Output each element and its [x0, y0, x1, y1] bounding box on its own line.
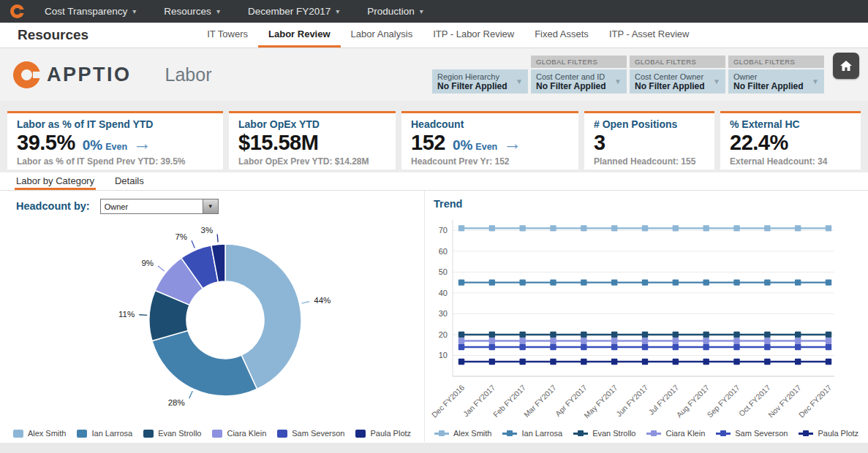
trend-chart[interactable]: 10203040506070Dec FY2016Jan FY2017Feb FY… — [425, 211, 864, 425]
caret-down-icon: ▾ — [132, 7, 136, 15]
trend-marker — [519, 225, 525, 231]
trend-marker — [826, 359, 831, 365]
trend-marker — [458, 332, 464, 338]
kpi-delta-label: Even — [105, 142, 127, 152]
filter-dropdown[interactable]: Owner No Filter Applied ▼ — [728, 69, 824, 94]
select-button[interactable]: ▼ — [203, 199, 218, 213]
legend-line-marker-icon — [434, 430, 449, 437]
tab-labor-analysis[interactable]: Labor Analysis — [341, 23, 423, 47]
trend-marker — [673, 344, 679, 350]
home-button[interactable] — [833, 53, 859, 79]
trend-marker — [764, 332, 770, 338]
filter-dropdown[interactable]: Cost Center Owner No Filter Applied ▼ — [630, 69, 725, 94]
trend-marker — [581, 225, 586, 231]
x-axis-tick: Jun FY2017 — [614, 383, 650, 419]
legend-swatch-icon — [143, 430, 154, 438]
legend-label: Paula Plotz — [370, 429, 411, 438]
nav-resources[interactable]: Resources ▾ — [164, 6, 220, 17]
trend-marker — [519, 359, 525, 365]
y-axis-tick: 50 — [439, 267, 448, 276]
legend-item-alex-smith[interactable]: Alex Smith — [13, 429, 67, 438]
nav-environment[interactable]: Production ▾ — [367, 6, 423, 17]
global-filters-caption: GLOBAL FILTERS — [728, 56, 824, 68]
trend-marker — [642, 225, 648, 231]
report-tabs: IT Towers Labor Review Labor Analysis IT… — [197, 23, 699, 47]
kpi-labor-pct-it-spend[interactable]: Labor as % of IT Spend YTD 39.5% 0% Even… — [7, 111, 223, 170]
apptio-brand-icon[interactable] — [10, 4, 24, 18]
global-filters-caption: GLOBAL FILTERS — [630, 56, 725, 68]
legend-item-ciara-klein[interactable]: Ciara Klein — [212, 429, 266, 438]
donut-slice-label: 11% — [118, 310, 135, 319]
trend-marker — [642, 279, 648, 285]
kpi-subtitle: Labor OpEx Prev YTD: $14.28M — [238, 156, 386, 167]
filter-value: No Filter Applied — [733, 81, 812, 91]
kpi-open-positions[interactable]: # Open Positions 3 Planned Headcount: 15… — [584, 111, 714, 170]
trend-marker — [611, 279, 617, 285]
headcount-by-label: Headcount by: — [16, 200, 90, 212]
legend-item-ian-larrosa[interactable]: Ian Larrosa — [502, 429, 562, 438]
tab-fixed-assets[interactable]: Fixed Assets — [524, 23, 599, 47]
trend-marker — [642, 338, 648, 343]
tab-it-towers[interactable]: IT Towers — [197, 23, 258, 47]
nav-cost-transparency[interactable]: Cost Transparency ▾ — [45, 6, 136, 17]
legend-item-evan-strollo[interactable]: Evan Strollo — [143, 429, 201, 438]
filter-name: Owner — [733, 72, 812, 81]
legend-label: Ian Larrosa — [521, 429, 562, 438]
filter-dropdown[interactable]: Cost Center and ID No Filter Applied ▼ — [531, 69, 627, 94]
trend-marker — [733, 338, 739, 343]
kpi-title: # Open Positions — [594, 118, 705, 130]
trend-marker — [581, 344, 586, 350]
dropdown-arrow-icon: ▼ — [614, 77, 622, 85]
nav-period[interactable]: December FY2017 ▾ — [248, 6, 339, 17]
trend-panel: Trend 10203040506070Dec FY2016Jan FY2017… — [424, 191, 868, 442]
dropdown-arrow-icon: ▼ — [713, 77, 720, 85]
legend-item-paula-plotz[interactable]: Paula Plotz — [799, 429, 858, 438]
kpi-delta: 0% — [83, 137, 102, 153]
y-axis-tick: 70 — [439, 226, 448, 235]
nav-item-label: Resources — [164, 6, 211, 17]
main-panel: Labor by Category Details Headcount by: … — [0, 172, 868, 443]
trend-marker — [703, 225, 709, 231]
kpi-title: Labor OpEx YTD — [238, 118, 386, 130]
kpi-labor-opex[interactable]: Labor OpEx YTD $15.58M Labor OpEx Prev Y… — [229, 111, 396, 170]
legend-item-sam-severson[interactable]: Sam Severson — [716, 429, 788, 438]
legend-item-ian-larrosa[interactable]: Ian Larrosa — [77, 429, 132, 438]
legend-item-alex-smith[interactable]: Alex Smith — [434, 429, 492, 438]
headcount-donut-panel: Headcount by: Owner ▼ 44%28%11%9%7%3% Al… — [0, 191, 424, 442]
legend-label: Ciara Klein — [227, 429, 266, 438]
filter-dropdown[interactable]: Region Hierarchy No Filter Applied ▼ — [432, 69, 528, 94]
kpi-subtitle: External Headcount: 34 — [730, 156, 851, 167]
kpi-headcount[interactable]: Headcount 152 0% Even → Headcount Prev Y… — [401, 111, 578, 170]
legend-label: Evan Strollo — [158, 429, 201, 438]
trend-marker — [795, 332, 801, 338]
tab-labor-review[interactable]: Labor Review — [258, 23, 341, 47]
kpi-external-hc[interactable]: % External HC 22.4% External Headcount: … — [720, 111, 861, 170]
report-title: Labor — [165, 64, 212, 85]
tab-itp-asset-review[interactable]: ITP - Asset Review — [599, 23, 700, 47]
trend-marker — [519, 332, 525, 338]
legend-item-evan-strollo[interactable]: Evan Strollo — [573, 429, 635, 438]
trend-marker — [673, 338, 679, 343]
trend-marker — [703, 338, 709, 343]
trend-marker — [642, 359, 648, 365]
kpi-subtitle: Labor as % of IT Spend Prev YTD: 39.5% — [17, 156, 214, 167]
donut-chart[interactable]: 44%28%11%9%7%3% — [0, 214, 424, 422]
kpi-title: % External HC — [730, 118, 851, 130]
legend-label: Ciara Klein — [665, 429, 705, 438]
trend-marker — [489, 279, 495, 285]
x-axis-tick: Dec FY2016 — [430, 383, 467, 419]
legend-item-paula-plotz[interactable]: Paula Plotz — [355, 429, 411, 438]
legend-item-sam-severson[interactable]: Sam Severson — [277, 429, 344, 438]
legend-label: Alex Smith — [453, 429, 492, 438]
tab-itp-labor-review[interactable]: ITP - Labor Review — [423, 23, 524, 47]
trend-marker — [733, 359, 739, 365]
kpi-delta: 0% — [453, 137, 472, 153]
trend-marker — [673, 279, 679, 285]
nav-item-label: Cost Transparency — [45, 6, 127, 17]
filter-value: No Filter Applied — [536, 81, 614, 91]
tab-details[interactable]: Details — [113, 172, 146, 190]
headcount-by-select[interactable]: Owner ▼ — [100, 199, 219, 214]
donut-slice-ian-larrosa[interactable] — [152, 331, 257, 396]
legend-item-ciara-klein[interactable]: Ciara Klein — [646, 429, 705, 438]
tab-labor-by-category[interactable]: Labor by Category — [15, 172, 96, 190]
